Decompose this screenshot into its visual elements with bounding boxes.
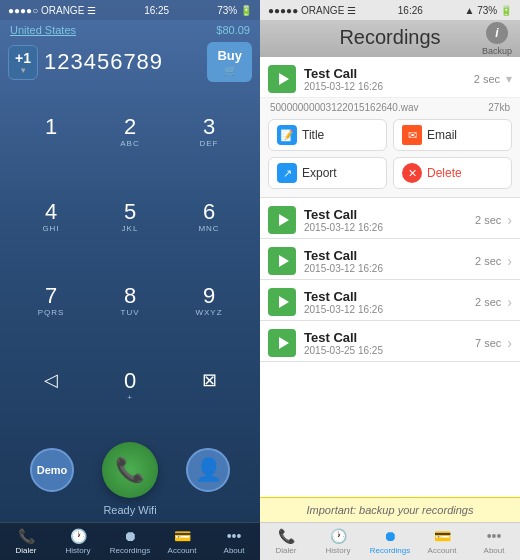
title-button[interactable]: 📝 Title <box>268 119 387 151</box>
recording-info-4: Test Call 2015-03-25 16:25 <box>304 330 475 356</box>
dial-key-3[interactable]: 3DEF <box>170 90 248 174</box>
recording-name-2: Test Call <box>304 248 475 263</box>
nav-account-right[interactable]: 💳 Account <box>416 523 468 560</box>
list-item: Test Call 2015-03-12 16:26 2 sec ▾ 50000… <box>260 57 520 198</box>
contact-button[interactable]: 👤 <box>186 448 230 492</box>
nav-recordings-left[interactable]: ⏺ Recordings <box>104 523 156 560</box>
recording-date-0: 2015-03-12 16:26 <box>304 81 474 92</box>
chevron-right-icon-3: › <box>507 294 512 310</box>
country-bar: United States $80.09 <box>0 20 260 40</box>
recordings-icon-right: ⏺ <box>383 528 397 544</box>
list-item: Test Call 2015-03-12 16:26 2 sec › <box>260 280 520 321</box>
recording-duration-1: 2 sec <box>475 214 501 226</box>
list-item: Test Call 2015-03-12 16:26 2 sec › <box>260 198 520 239</box>
nav-dialer-left[interactable]: 📞 Dialer <box>0 523 52 560</box>
list-item: Test Call 2015-03-12 16:26 2 sec › <box>260 239 520 280</box>
buy-button[interactable]: Buy 🛒 <box>207 42 252 82</box>
recording-info-3: Test Call 2015-03-12 16:26 <box>304 289 475 315</box>
page-title: Recordings <box>339 26 440 49</box>
number-row: +1 ▾ 123456789 Buy 🛒 <box>0 40 260 84</box>
recording-duration-0: 2 sec <box>474 73 500 85</box>
nav-dialer-right[interactable]: 📞 Dialer <box>260 523 312 560</box>
status-bar-left: ●●●●○ ORANGE ☰ 16:25 73% 🔋 <box>0 0 260 20</box>
dial-key-5[interactable]: 5JKL <box>91 175 169 259</box>
recording-info-1: Test Call 2015-03-12 16:26 <box>304 207 475 233</box>
nav-about-left[interactable]: ••• About <box>208 523 260 560</box>
chevron-down-icon-0: ▾ <box>506 72 512 86</box>
recording-info-2: Test Call 2015-03-12 16:26 <box>304 248 475 274</box>
nav-history-left[interactable]: 🕐 History <box>52 523 104 560</box>
recording-name-0: Test Call <box>304 66 474 81</box>
recording-row-2[interactable]: Test Call 2015-03-12 16:26 2 sec › <box>260 239 520 279</box>
info-icon: i <box>486 22 508 44</box>
price-display: $80.09 <box>216 24 250 36</box>
dial-key-4[interactable]: 4GHI <box>12 175 90 259</box>
email-button[interactable]: ✉ Email <box>393 119 512 151</box>
battery-left: 73% 🔋 <box>217 5 252 16</box>
chevron-right-icon-4: › <box>507 335 512 351</box>
play-icon <box>279 337 289 349</box>
title-icon: 📝 <box>277 125 297 145</box>
play-icon <box>279 214 289 226</box>
recording-row-0[interactable]: Test Call 2015-03-12 16:26 2 sec ▾ <box>260 57 520 97</box>
time-right: 16:26 <box>398 5 423 16</box>
action-row: Demo 📞 👤 <box>0 434 260 502</box>
dial-key-9[interactable]: 9WXYZ <box>170 260 248 344</box>
recording-date-2: 2015-03-12 16:26 <box>304 263 475 274</box>
play-button-0[interactable] <box>268 65 296 93</box>
more-icon-right: ••• <box>487 528 502 544</box>
play-button-3[interactable] <box>268 288 296 316</box>
play-button-1[interactable] <box>268 206 296 234</box>
recording-name-3: Test Call <box>304 289 475 304</box>
country-code[interactable]: +1 ▾ <box>8 45 38 80</box>
recording-row-1[interactable]: Test Call 2015-03-12 16:26 2 sec › <box>260 198 520 238</box>
nav-about-right[interactable]: ••• About <box>468 523 520 560</box>
dialer-icon-right: 📞 <box>278 528 295 544</box>
demo-button[interactable]: Demo <box>30 448 74 492</box>
export-button[interactable]: ↗ Export <box>268 157 387 189</box>
play-icon <box>279 73 289 85</box>
recording-name-4: Test Call <box>304 330 475 345</box>
account-icon: 💳 <box>174 528 191 544</box>
recording-date-3: 2015-03-12 16:26 <box>304 304 475 315</box>
dial-key-star[interactable]: ◁ <box>12 344 90 428</box>
recordings-list: Test Call 2015-03-12 16:26 2 sec ▾ 50000… <box>260 57 520 497</box>
phone-number-display: 123456789 <box>44 49 201 75</box>
dial-key-7[interactable]: 7PQRS <box>12 260 90 344</box>
file-info: 50000000003122015162640.wav 27kb <box>268 102 512 113</box>
email-icon: ✉ <box>402 125 422 145</box>
dial-key-2[interactable]: 2ABC <box>91 90 169 174</box>
nav-account-left[interactable]: 💳 Account <box>156 523 208 560</box>
chevron-down-icon: ▾ <box>21 66 25 75</box>
dialer-icon: 📞 <box>18 528 35 544</box>
dial-key-backspace[interactable]: ⊠ <box>170 344 248 428</box>
play-button-2[interactable] <box>268 247 296 275</box>
recording-date-1: 2015-03-12 16:26 <box>304 222 475 233</box>
battery-right: ▲ 73% 🔋 <box>465 5 512 16</box>
nav-history-right[interactable]: 🕐 History <box>312 523 364 560</box>
important-banner: Important: backup your recordings <box>260 497 520 522</box>
phone-icon: 📞 <box>115 456 145 484</box>
dial-key-8[interactable]: 8TUV <box>91 260 169 344</box>
recording-info-0: Test Call 2015-03-12 16:26 <box>304 66 474 92</box>
recording-row-3[interactable]: Test Call 2015-03-12 16:26 2 sec › <box>260 280 520 320</box>
more-icon: ••• <box>227 528 242 544</box>
recording-date-4: 2015-03-25 16:25 <box>304 345 475 356</box>
delete-button[interactable]: ✕ Delete <box>393 157 512 189</box>
recording-row-4[interactable]: Test Call 2015-03-25 16:25 7 sec › <box>260 321 520 361</box>
carrier-left: ●●●●○ ORANGE ☰ <box>8 5 96 16</box>
nav-recordings-right[interactable]: ⏺ Recordings <box>364 523 416 560</box>
dial-key-0[interactable]: 0+ <box>91 344 169 428</box>
ready-status: Ready Wifi <box>0 502 260 522</box>
call-button[interactable]: 📞 <box>102 442 158 498</box>
recording-duration-3: 2 sec <box>475 296 501 308</box>
play-button-4[interactable] <box>268 329 296 357</box>
country-name[interactable]: United States <box>10 24 76 36</box>
backup-button[interactable]: i Backup <box>482 22 512 56</box>
bottom-nav-left: 📞 Dialer 🕐 History ⏺ Recordings 💳 Accoun… <box>0 522 260 560</box>
history-icon: 🕐 <box>70 528 87 544</box>
dial-key-6[interactable]: 6MNC <box>170 175 248 259</box>
dial-key-1[interactable]: 1 <box>12 90 90 174</box>
carrier-right: ●●●●● ORANGE ☰ <box>268 5 356 16</box>
person-icon: 👤 <box>195 457 222 483</box>
